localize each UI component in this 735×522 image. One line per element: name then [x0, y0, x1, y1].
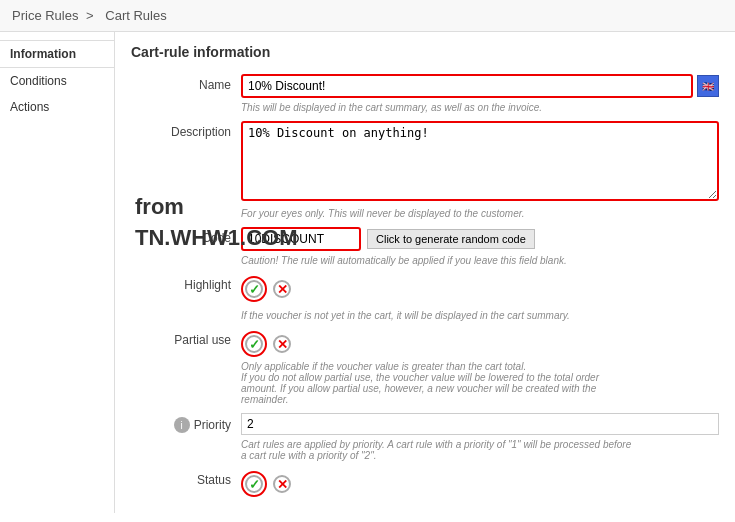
- status-no-radio[interactable]: ✕: [273, 475, 291, 493]
- description-hint: For your eyes only. This will never be d…: [241, 208, 719, 219]
- status-yes-ring: ✓: [241, 471, 267, 497]
- highlight-field: ✓ ✕: [241, 274, 719, 302]
- partial-use-hint-2: If you do not allow partial use, the vou…: [241, 372, 719, 383]
- partial-use-yes-radio[interactable]: ✓: [245, 335, 263, 353]
- name-row: Name 🇬🇧: [131, 74, 719, 98]
- section-title: Cart-rule information: [131, 44, 719, 60]
- code-hint: Caution! The rule will automatically be …: [241, 255, 719, 266]
- description-row: Description 10% Discount on anything!: [131, 121, 719, 204]
- partial-use-field: ✓ ✕: [241, 329, 719, 357]
- name-hint: This will be displayed in the cart summa…: [241, 102, 719, 113]
- breadcrumb-parent[interactable]: Price Rules: [12, 8, 78, 23]
- status-field: ✓ ✕: [241, 469, 719, 497]
- priority-input[interactable]: [241, 413, 719, 435]
- highlight-row: Highlight ✓ ✕: [131, 274, 719, 302]
- language-flag-button[interactable]: 🇬🇧: [697, 75, 719, 97]
- highlight-label: Highlight: [131, 274, 241, 292]
- sidebar-item-actions[interactable]: Actions: [0, 94, 114, 120]
- status-yes-radio[interactable]: ✓: [245, 475, 263, 493]
- code-label: Code: [131, 227, 241, 245]
- breadcrumb-current: Cart Rules: [105, 8, 166, 23]
- code-field: Click to generate random code: [241, 227, 719, 251]
- description-label: Description: [131, 121, 241, 139]
- partial-use-hint-3: amount. If you allow partial use, howeve…: [241, 383, 719, 394]
- status-row: Status ✓ ✕: [131, 469, 719, 497]
- partial-use-yes-ring: ✓: [241, 331, 267, 357]
- name-field: 🇬🇧: [241, 74, 719, 98]
- priority-row: i Priority: [131, 413, 719, 435]
- partial-use-no-radio[interactable]: ✕: [273, 335, 291, 353]
- code-input[interactable]: [241, 227, 361, 251]
- highlight-yes-radio[interactable]: ✓: [245, 280, 263, 298]
- priority-info-icon[interactable]: i: [174, 417, 190, 433]
- partial-use-label: Partial use: [131, 329, 241, 347]
- sidebar: Information Conditions Actions: [0, 32, 115, 513]
- status-label: Status: [131, 469, 241, 487]
- main-content: from TN.WHW1.COM Cart-rule information N…: [115, 32, 735, 513]
- priority-hint-2: a cart rule with a priority of "2".: [241, 450, 719, 461]
- highlight-no-radio[interactable]: ✕: [273, 280, 291, 298]
- priority-field: [241, 413, 719, 435]
- description-textarea[interactable]: 10% Discount on anything!: [241, 121, 719, 201]
- generate-code-button[interactable]: Click to generate random code: [367, 229, 535, 249]
- partial-use-hint-4: remainder.: [241, 394, 719, 405]
- description-field: 10% Discount on anything!: [241, 121, 719, 204]
- priority-hint-1: Cart rules are applied by priority. A ca…: [241, 439, 719, 450]
- partial-use-hint-1: Only applicable if the voucher value is …: [241, 361, 719, 372]
- sidebar-item-conditions[interactable]: Conditions: [0, 68, 114, 94]
- code-row: Code Click to generate random code: [131, 227, 719, 251]
- sidebar-item-information[interactable]: Information: [0, 40, 114, 68]
- breadcrumb: Price Rules > Cart Rules: [0, 0, 735, 32]
- partial-use-row: Partial use ✓ ✕: [131, 329, 719, 357]
- highlight-hint: If the voucher is not yet in the cart, i…: [241, 310, 719, 321]
- highlight-yes-ring: ✓: [241, 276, 267, 302]
- priority-label: i Priority: [131, 413, 241, 433]
- breadcrumb-separator: >: [86, 8, 94, 23]
- name-input[interactable]: [241, 74, 693, 98]
- name-label: Name: [131, 74, 241, 92]
